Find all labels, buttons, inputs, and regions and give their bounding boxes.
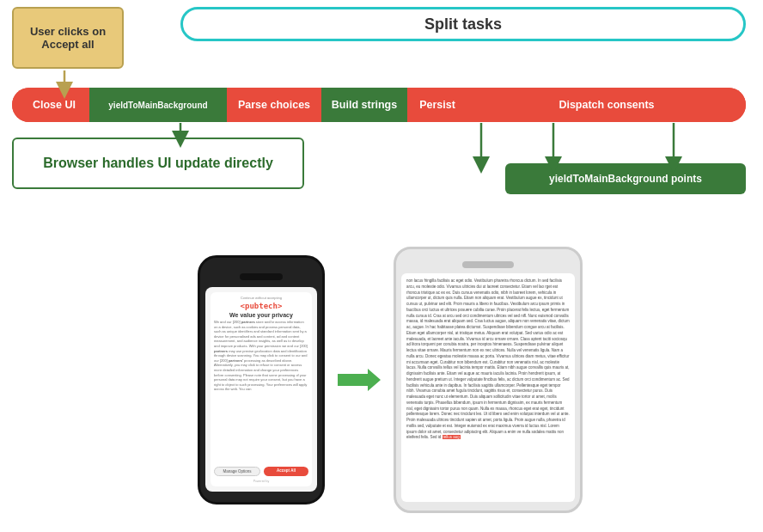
pipeline-persist: Persist — [407, 88, 467, 122]
privacy-title: We value your privacy — [214, 312, 308, 318]
phone2-screen: non lacus fringilla facilisis ac eget od… — [401, 273, 575, 502]
consent-banner: Continue without accepting <pubtech> We … — [211, 292, 312, 486]
powered-by-label: Powered by — [214, 480, 308, 483]
yield-points-label: yieldToMainBackground points — [549, 173, 702, 185]
transition-arrow — [333, 367, 385, 393]
phone1-frame: Continue without accepting <pubtech> We … — [198, 255, 325, 504]
phone1-notch — [240, 273, 283, 280]
svg-marker-5 — [338, 369, 381, 391]
split-tasks-label: Split tasks — [424, 15, 502, 34]
pipeline-parse: Parse choices — [227, 88, 321, 122]
pipeline-yield1: yieldToMainBackground — [89, 88, 227, 122]
phone1-wrapper: Continue without accepting <pubtech> We … — [180, 255, 325, 504]
split-tasks-pill: Split tasks — [180, 7, 746, 41]
pipeline-close-ui: Close UI — [12, 88, 89, 122]
browser-ui-label: Browser handles UI update directly — [43, 156, 273, 171]
yield-points-box: yieldToMainBackground points — [505, 163, 746, 194]
consent-button-row: Manage Options Accept All — [214, 463, 308, 476]
pipeline-row: Close UI yieldToMainBackground Parse cho… — [12, 88, 746, 122]
user-clicks-label: User clicks on Accept all — [30, 25, 106, 51]
accept-all-button[interactable]: Accept All — [264, 467, 308, 476]
pipeline-build: Build strings — [321, 88, 407, 122]
user-clicks-box: User clicks on Accept all — [12, 7, 124, 69]
pipeline-dispatch: Dispatch consents — [467, 88, 746, 122]
browser-ui-box: Browser handles UI update directly — [12, 138, 304, 189]
manage-options-button[interactable]: Manage Options — [214, 467, 260, 476]
article-text: non lacus fringilla facilisis ac eget od… — [406, 278, 570, 441]
phone2-frame: non lacus fringilla facilisis ac eget od… — [394, 247, 583, 513]
diagram-area: User clicks on Accept all Split tasks Cl… — [0, 0, 763, 223]
brand-label: <pubtech> — [214, 302, 308, 310]
phones-area: Continue without accepting <pubtech> We … — [0, 228, 763, 532]
phone1-screen: Continue without accepting <pubtech> We … — [205, 287, 317, 492]
phone2-notch — [462, 261, 514, 268]
consent-body: We and our [200] partners store and/or a… — [214, 320, 308, 392]
article-highlight: tellus aug — [443, 435, 461, 439]
consent-header-text: Continue without accepting — [214, 296, 308, 300]
